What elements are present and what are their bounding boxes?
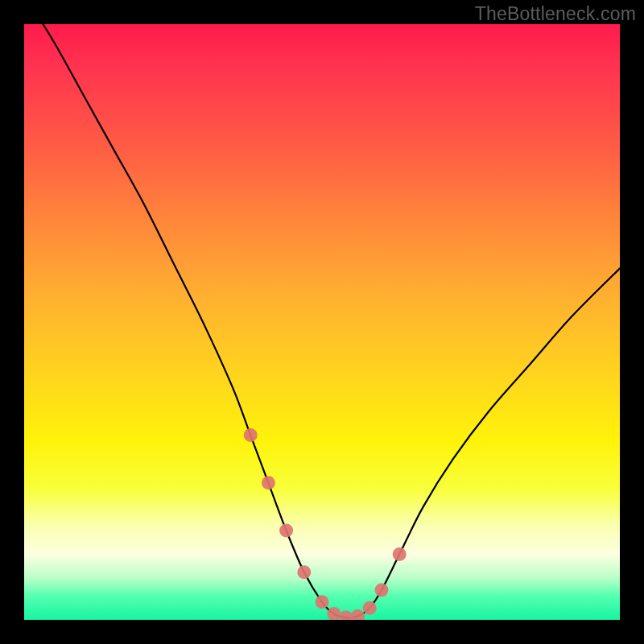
marker-dot — [363, 601, 377, 615]
marker-dot — [339, 611, 353, 620]
bottleneck-curve-path — [24, 24, 620, 617]
marker-dot — [279, 524, 293, 538]
marker-dot — [393, 547, 407, 561]
marker-dot — [351, 609, 365, 620]
plot-area — [24, 24, 620, 620]
curve-layer — [24, 24, 620, 620]
marker-dot — [316, 595, 329, 609]
watermark-text: TheBottleneck.com — [475, 3, 636, 25]
chart-frame: TheBottleneck.com — [0, 0, 644, 644]
marker-dot — [244, 428, 258, 442]
marker-group — [244, 428, 407, 620]
marker-dot — [262, 476, 275, 489]
marker-dot — [375, 584, 389, 597]
marker-dot — [297, 565, 311, 579]
